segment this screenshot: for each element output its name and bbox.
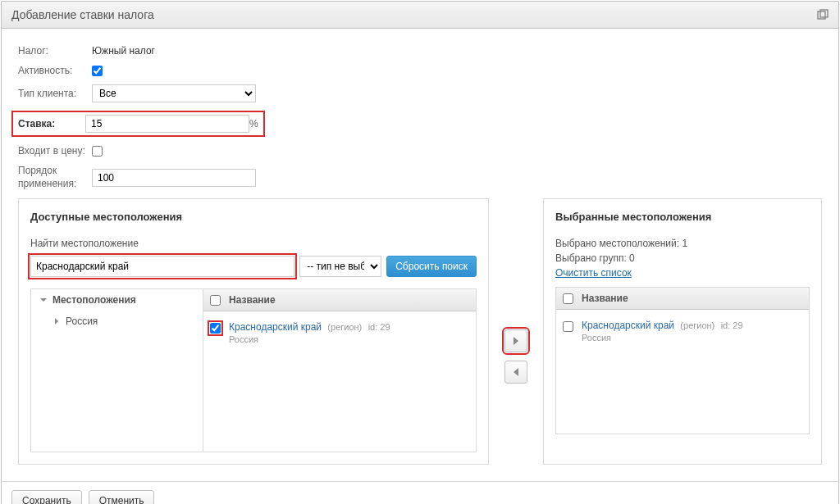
search-input[interactable]	[30, 256, 294, 277]
move-left-button[interactable]	[504, 361, 527, 384]
rate-unit: %	[249, 118, 258, 129]
item-type: (регион)	[327, 322, 362, 332]
tax-value: Южный налог	[92, 45, 155, 57]
available-title: Доступные местоположения	[30, 211, 477, 223]
stats-groups: Выбрано групп: 0	[555, 252, 810, 264]
reset-search-button[interactable]: Сбросить поиск	[386, 256, 477, 277]
type-select[interactable]: -- тип не выбран	[299, 256, 381, 277]
titlebar: Добавление ставки налога	[2, 2, 838, 29]
available-list: Название Краснодарский край (регион) id:…	[203, 288, 477, 452]
list-item[interactable]: Краснодарский край (регион) id: 29 Росси…	[563, 316, 802, 346]
item-checkbox[interactable]	[210, 323, 221, 334]
select-all-selected[interactable]	[563, 293, 573, 304]
selected-panel: Выбранные местоположения Выбрано местопо…	[543, 198, 822, 465]
tree-child[interactable]: Россия	[31, 311, 203, 332]
search-label: Найти местоположение	[30, 238, 477, 249]
move-right-button[interactable]	[504, 329, 527, 352]
selected-list: Название Краснодарский край (регион) id:…	[555, 287, 810, 434]
order-label: Порядок применения:	[18, 165, 92, 190]
window-title: Добавление ставки налога	[11, 8, 154, 21]
tax-label: Налог:	[18, 45, 92, 57]
selected-title: Выбранные местоположения	[555, 211, 810, 223]
item-type: (регион)	[680, 320, 714, 330]
stats-locations: Выбрано местоположений: 1	[555, 238, 810, 249]
active-checkbox[interactable]	[92, 66, 103, 76]
rate-label: Ставка:	[18, 118, 85, 129]
client-type-select[interactable]: Все	[92, 84, 256, 102]
cancel-button[interactable]: Отменить	[89, 490, 155, 504]
active-label: Активность:	[18, 65, 92, 76]
available-panel: Доступные местоположения Найти местополо…	[18, 198, 489, 465]
item-id: id: 29	[721, 320, 743, 330]
clear-list-link[interactable]: Очистить список	[555, 267, 632, 279]
item-checkbox[interactable]	[563, 321, 573, 332]
chevron-down-icon	[39, 296, 48, 304]
client-type-label: Тип клиента:	[18, 88, 92, 99]
in-price-label: Входит в цену:	[18, 145, 92, 157]
order-input[interactable]	[92, 169, 256, 187]
selected-header: Название	[582, 293, 628, 304]
item-name: Краснодарский край	[229, 321, 322, 333]
in-price-checkbox[interactable]	[92, 146, 103, 157]
item-sub: Россия	[229, 334, 469, 344]
select-all-available[interactable]	[210, 295, 221, 306]
rate-input[interactable]	[85, 115, 249, 133]
tree-root[interactable]: Местоположения	[31, 289, 203, 311]
item-sub: Россия	[582, 333, 802, 343]
list-item[interactable]: Краснодарский край (регион) id: 29 Росси…	[210, 318, 469, 347]
item-name: Краснодарский край	[582, 320, 674, 331]
chevron-right-icon	[52, 317, 61, 325]
available-header: Название	[229, 294, 276, 306]
item-id: id: 29	[368, 322, 390, 332]
maximize-icon[interactable]	[817, 9, 829, 20]
location-tree: Местоположения Россия	[30, 288, 203, 452]
save-button[interactable]: Сохранить	[11, 490, 82, 504]
